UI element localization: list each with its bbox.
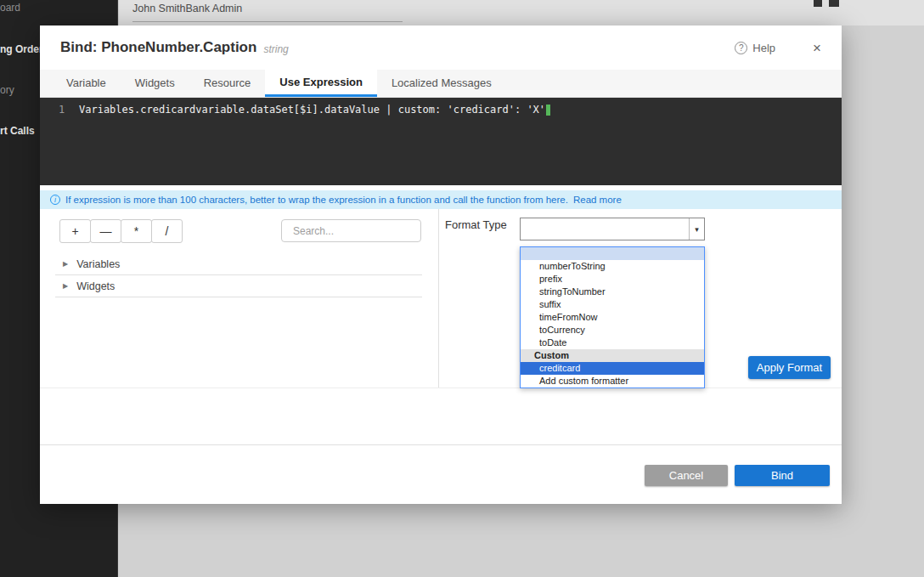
divide-operator-button[interactable]: / [151, 219, 183, 243]
tab-widgets[interactable]: Widgets [121, 70, 189, 97]
format-option[interactable]: prefix [521, 273, 704, 286]
operator-toolbar: + — * / [59, 219, 183, 243]
info-text: If expression is more than 100 character… [65, 195, 568, 205]
tree-item-widgets[interactable]: ▶ Widgets [55, 275, 422, 297]
format-option[interactable]: numberToString [521, 260, 704, 273]
dialog-title: Bind: PhoneNumber.Caption [60, 39, 256, 56]
tree-item-label: Widgets [76, 280, 115, 292]
line-number: 1 [40, 104, 79, 116]
tree-item-variables[interactable]: ▶ Variables [55, 253, 422, 275]
editor-code-area[interactable]: Variables.credicardvariable.dataSet[$i].… [79, 98, 842, 185]
vertical-divider [438, 209, 439, 387]
dialog-type-label: string [263, 43, 288, 55]
editor-cursor [546, 105, 550, 116]
dialog-footer: Cancel Bind [40, 444, 842, 504]
info-banner: i If expression is more than 100 charact… [40, 190, 842, 209]
apply-format-button[interactable]: Apply Format [748, 356, 831, 379]
cancel-button[interactable]: Cancel [645, 465, 728, 486]
tab-use-expression[interactable]: Use Expression [265, 70, 377, 97]
tab-localized-messages[interactable]: Localized Messages [377, 70, 506, 97]
close-icon[interactable]: × [813, 41, 821, 55]
info-icon: i [50, 195, 60, 205]
format-option[interactable]: toDate [521, 337, 704, 349]
bind-button[interactable]: Bind [735, 465, 830, 486]
tree-item-label: Variables [76, 258, 120, 270]
chevron-right-icon[interactable]: ▶ [63, 260, 68, 268]
format-option[interactable]: stringToNumber [521, 286, 704, 298]
format-option-blank[interactable] [521, 247, 704, 260]
help-icon: ? [735, 42, 747, 54]
bind-dialog: Bind: PhoneNumber.Caption string ? Help … [40, 25, 842, 504]
empty-zone [40, 387, 842, 444]
search-box [281, 219, 421, 242]
minus-operator-button[interactable]: — [90, 219, 121, 243]
format-option[interactable]: suffix [521, 298, 704, 311]
plus-operator-button[interactable]: + [59, 219, 91, 243]
format-option-add-custom-formatter[interactable]: Add custom formatter [521, 375, 704, 387]
dialog-content: + — * / ▶ Variables ▶ Widgets Format Typ… [40, 209, 842, 387]
format-option-creditcard-selected[interactable]: creditcard [521, 362, 704, 375]
format-option[interactable]: timeFromNow [521, 311, 704, 324]
format-option-group-custom: Custom [521, 349, 704, 362]
tab-resource[interactable]: Resource [189, 70, 266, 97]
multiply-operator-button[interactable]: * [121, 219, 152, 243]
chevron-right-icon[interactable]: ▶ [63, 282, 68, 290]
format-type-dropdown-list: numberToString prefix stringToNumber suf… [520, 246, 705, 388]
dialog-tabs: Variable Widgets Resource Use Expression… [40, 70, 842, 98]
editor-gutter: 1 [40, 98, 79, 185]
help-button[interactable]: ? Help [735, 42, 775, 54]
select-arrow-icon: ▾ [689, 218, 704, 240]
expression-editor[interactable]: 1 Variables.credicardvariable.dataSet[$i… [40, 98, 842, 185]
format-option[interactable]: toCurrency [521, 324, 704, 337]
dialog-header: Bind: PhoneNumber.Caption string ? Help … [40, 25, 842, 70]
search-input[interactable] [293, 225, 425, 237]
tab-variable[interactable]: Variable [52, 70, 121, 97]
expression-code: Variables.credicardvariable.dataSet[$i].… [79, 104, 545, 116]
format-type-select[interactable]: ▾ [520, 218, 705, 240]
read-more-link[interactable]: Read more [573, 195, 622, 205]
help-label: Help [752, 42, 775, 54]
format-type-label: Format Type [445, 218, 507, 231]
